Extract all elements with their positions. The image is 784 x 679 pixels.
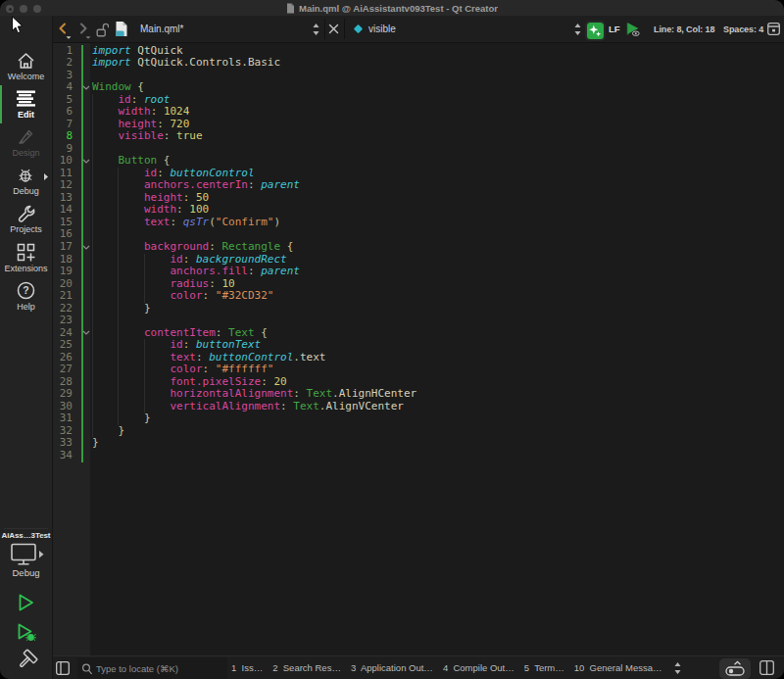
open-document-dropdown[interactable]: Main.qml* <box>140 16 183 42</box>
cursor-position-button[interactable]: Line: 8, Col: 18 <box>654 16 714 42</box>
ai-assistant-button[interactable] <box>585 21 606 41</box>
code-line: import QtQuick.Controls.Basic <box>92 57 280 70</box>
kit-target-name: Debug <box>0 567 52 578</box>
window-title: Main.qml @ AiAssistantv093Test - Qt Crea… <box>299 3 498 14</box>
statusbar: Type to locate (⌘K) 1 Iss…2 Search Res…3… <box>53 655 784 679</box>
output-pane-button[interactable]: 4 Compile Out… <box>443 662 514 673</box>
svg-text:?: ? <box>23 285 28 297</box>
progress-details-button[interactable] <box>719 658 751 679</box>
editor-gutter: 1234567891011121314151617181920212223242… <box>53 43 90 655</box>
kit-selector-button[interactable] <box>0 543 52 566</box>
line-number: 29 <box>53 388 73 401</box>
right-panel-icon <box>760 660 774 675</box>
output-pane-button[interactable]: 1 Iss… <box>231 662 263 673</box>
line-number: 17 <box>53 241 73 254</box>
indentation-button[interactable]: Spaces: 4 <box>723 16 763 42</box>
kit-project-name: AiAss…3Test <box>0 531 52 540</box>
unlocked-icon <box>95 19 109 40</box>
line-number: 34 <box>53 450 73 462</box>
symbol-dropdown[interactable]: visible <box>368 16 396 42</box>
right-sidebar-toggle-button[interactable] <box>760 656 774 679</box>
fold-marker-icon[interactable] <box>81 155 91 168</box>
output-pane-button[interactable]: 3 Application Out… <box>351 662 433 673</box>
document-icon <box>286 3 295 14</box>
fold-marker-icon[interactable] <box>81 241 91 254</box>
output-pane-button[interactable]: 2 Search Res… <box>272 662 341 673</box>
code-line: text: qsTr("Confirm") <box>92 217 280 229</box>
sidebar-item-projects[interactable]: Projects <box>0 200 52 238</box>
mouse-cursor <box>11 16 24 35</box>
current-symbol: visible <box>368 24 396 34</box>
output-pane-button[interactable]: 5 Term… <box>524 662 564 673</box>
search-icon <box>81 663 93 675</box>
code-line: visible: true <box>92 130 203 143</box>
sidebar-item-debug[interactable]: Debug <box>0 162 52 200</box>
fold-marker-icon[interactable] <box>81 81 91 94</box>
toggle-pill-icon <box>719 658 751 679</box>
wrench-icon <box>0 203 52 224</box>
mode-sidebar: Welcome Edit <box>0 16 53 679</box>
debug-submenu-arrow-icon[interactable] <box>43 172 49 181</box>
line-number: 8 <box>53 130 73 143</box>
left-sidebar-toggle-button[interactable] <box>56 656 70 679</box>
toolbar-panel-toggle-button[interactable] <box>767 16 780 42</box>
debug-run-icon <box>16 622 37 643</box>
flag-eye-icon <box>625 21 641 37</box>
output-pane-button[interactable]: 10 General Messa… <box>574 662 662 673</box>
forward-dropdown-caret-icon <box>86 36 91 39</box>
symbol-dropdown-arrows[interactable] <box>573 16 582 42</box>
hammer-icon <box>15 649 38 672</box>
line-number: 2 <box>53 57 73 70</box>
line-number: 4 <box>53 81 73 94</box>
back-arrow-icon <box>61 24 66 32</box>
line-number: 27 <box>53 364 73 376</box>
file-lock-button[interactable] <box>95 16 109 42</box>
build-button[interactable] <box>0 649 52 672</box>
panel-toggle-icon <box>767 23 780 35</box>
line-number: 25 <box>53 339 73 352</box>
ai-assistant-icon <box>587 23 604 39</box>
titlebar: Main.qml @ AiAssistantv093Test - Qt Crea… <box>0 0 784 17</box>
indentation-value: Spaces: 4 <box>723 24 763 34</box>
locate-field[interactable]: Type to locate (⌘K) <box>77 657 227 679</box>
line-number: 6 <box>53 106 73 119</box>
sidebar-item-extensions[interactable]: Extensions <box>0 239 52 277</box>
close-icon <box>328 24 339 34</box>
close-document-button[interactable] <box>328 16 339 42</box>
line-ending-value: LF <box>609 24 619 34</box>
kit-separator <box>4 528 48 529</box>
monitor-icon <box>12 545 35 560</box>
line-number: 21 <box>53 290 73 303</box>
kit-dropdown-arrow-icon <box>39 551 44 558</box>
line-ending-selector[interactable]: LF <box>609 16 619 42</box>
document-dropdown-arrows[interactable] <box>312 16 320 42</box>
sidebar-item-design: Design <box>0 123 52 162</box>
go-forward-button[interactable] <box>76 16 92 42</box>
sidebar-item-help[interactable]: ? Help <box>0 277 52 315</box>
output-pane-buttons: 1 Iss…2 Search Res…3 Application Out…4 C… <box>231 656 662 679</box>
go-back-button[interactable] <box>56 16 72 42</box>
symbol-icon <box>353 16 364 42</box>
qt-creator-window: Main.qml @ AiAssistantv093Test - Qt Crea… <box>0 0 784 679</box>
edit-icon <box>0 88 52 110</box>
open-document-name: Main.qml* <box>140 24 183 34</box>
sidebar-toggle-icon <box>56 661 70 675</box>
language-server-button[interactable] <box>625 16 641 42</box>
help-icon: ? <box>0 280 52 302</box>
back-dropdown-caret-icon <box>67 36 72 39</box>
sidebar-item-welcome[interactable]: Welcome <box>0 47 52 85</box>
fold-marker-icon[interactable] <box>81 327 91 340</box>
sidebar-item-edit[interactable]: Edit <box>0 85 52 123</box>
home-icon <box>0 50 52 72</box>
line-number: 10 <box>53 155 73 168</box>
run-icon <box>17 593 36 612</box>
code-editor[interactable]: 1234567891011121314151617181920212223242… <box>53 43 784 655</box>
editor-toolbar: Main.qml* visible LF <box>53 16 784 43</box>
vcs-change-bar <box>81 45 84 462</box>
output-pane-arrows[interactable] <box>673 656 682 679</box>
debug-run-button[interactable] <box>0 622 52 643</box>
run-button[interactable] <box>0 593 52 612</box>
code-line: } <box>92 303 151 315</box>
line-number: 12 <box>53 179 73 192</box>
line-number: 23 <box>53 315 73 327</box>
